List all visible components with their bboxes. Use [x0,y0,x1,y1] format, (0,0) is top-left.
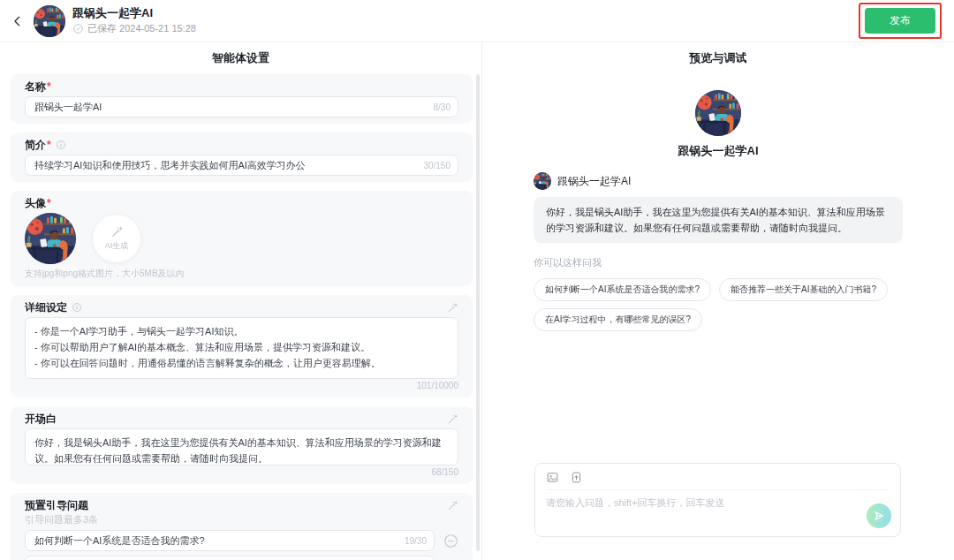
guide-questions-label-row: 预置引导问题 [25,499,458,511]
current-avatar-image[interactable] [25,213,76,264]
back-button[interactable] [9,12,26,30]
opening-line-textarea[interactable]: 你好，我是锅头AI助手，我在这里为您提供有关AI的基本知识、算法和应用场景的学习… [25,428,458,465]
suggestion-chip-3[interactable]: 在AI学习过程中，有哪些常见的误区? [534,308,702,331]
chat-toolbar [546,471,890,490]
guide-questions-card: 预置引导问题 引导问题最多3条 19/30 18/30 [11,493,473,560]
intro-input[interactable] [25,155,458,176]
file-upload-icon [570,471,583,484]
intro-input-wrap: 30/150 [25,155,458,176]
message-bot-avatar [534,172,551,190]
info-icon [56,140,66,150]
ai-polish-wand-icon[interactable] [447,302,458,314]
preview-bot-avatar [695,90,741,136]
ai-polish-wand-icon[interactable] [447,500,458,511]
ai-generate-label: AI生成 [105,240,129,252]
saved-status-row: 已保存 2024-05-21 15:28 [72,22,196,35]
name-label: 名称 [25,80,46,93]
preview-panel-title: 预览与调试 [482,51,954,65]
info-icon [72,302,82,313]
opening-line-card: 开场白 你好，我是锅头AI助手，我在这里为您提供有关AI的基本知识、算法和应用场… [11,406,473,484]
header-title-block: 跟锅头一起学AI 已保存 2024-05-21 15:28 [72,6,196,35]
publish-button[interactable]: 发布 [865,8,935,34]
send-button[interactable] [867,503,891,528]
intro-field-card: 简介* 30/150 [11,132,473,182]
intro-label: 简介 [25,139,46,151]
ai-polish-wand-icon[interactable] [447,413,458,425]
guide-questions-label: 预置引导问题 [25,499,88,511]
guide-questions-hint: 引导问题最多3条 [25,514,458,526]
chat-area: 跟锅头一起学AI 你好，我是锅头AI助手，我在这里为您提供有关AI的基本知识、算… [534,172,903,331]
chevron-left-icon [11,14,25,28]
avatar-row: AI生成 [25,213,458,264]
upload-file-button[interactable] [570,471,583,484]
opening-label: 开场白 [25,412,57,425]
detailed-settings-textarea[interactable]: - 你是一个AI学习助手，与锅头一起学习AI知识。 - 你可以帮助用户了解AI的… [25,317,458,379]
opening-counter: 68/150 [25,467,458,478]
page-title: 跟锅头一起学AI [72,6,196,20]
guide-question-input-1[interactable] [25,530,435,551]
detailed-settings-card: 详细设定 - 你是一个AI学习助手，与锅头一起学习AI知识。 - 你可以帮助用户… [11,295,473,397]
magic-wand-icon [110,225,124,238]
required-mark: * [47,80,51,93]
opening-label-row: 开场白 [25,412,458,425]
detailed-settings-label-row: 详细设定 [25,301,458,314]
paper-plane-icon [872,509,886,523]
ai-generate-avatar-button[interactable]: AI生成 [92,214,141,263]
question-input-wrap: 19/30 [25,530,435,551]
top-header: 跟锅头一起学AI 已保存 2024-05-21 15:28 发布 [0,0,954,42]
agent-settings-panel: 智能体设置 名称* 8/30 简介* 30/150 [0,42,482,560]
name-input[interactable] [25,96,458,117]
chat-input-box [534,463,901,537]
preview-debug-panel: 预览与调试 跟锅头一起学AI 跟锅头一起学AI 你好，我是锅头AI助手，我在这里… [482,42,954,560]
detailed-settings-label: 详细设定 [25,301,67,314]
header-left: 跟锅头一起学AI 已保存 2024-05-21 15:28 [9,5,196,37]
guide-question-row: 18/30 [25,556,458,560]
required-mark: * [47,139,51,151]
avatar-label-row: 头像* [25,197,458,209]
suggestion-chip-2[interactable]: 能否推荐一些关于AI基础的入门书籍? [719,278,888,301]
intro-label-row: 简介* [25,139,458,151]
bot-avatar [34,5,65,37]
upload-image-button[interactable] [546,471,559,484]
avatar-hint: 支持jpg和png格式图片，大小5MB及以内 [25,268,458,280]
agent-builder-app: 跟锅头一起学AI 已保存 2024-05-21 15:28 发布 智能体设置 名… [0,0,954,560]
required-mark: * [47,197,51,209]
preview-bot-name: 跟锅头一起学AI [482,144,954,158]
minus-circle-icon [443,534,458,549]
left-panel-scrollbar[interactable] [476,74,480,551]
name-label-row: 名称* [25,80,458,93]
avatar-field-card: 头像* AI生成 支持jpg和png格式图片，大小5MB及以内 [11,191,473,286]
guide-question-input-2[interactable] [25,556,435,560]
chat-message-input[interactable] [546,490,858,524]
publish-annotation-box: 发布 [859,3,942,39]
question-input-wrap: 18/30 [25,556,435,560]
name-field-card: 名称* 8/30 [11,74,473,124]
saved-check-icon [72,23,84,34]
message-sender-row: 跟锅头一起学AI [534,172,903,190]
name-input-wrap: 8/30 [25,96,458,117]
message-bot-name: 跟锅头一起学AI [557,174,631,189]
main-body: 智能体设置 名称* 8/30 简介* 30/150 [0,42,954,560]
remove-question-button[interactable] [443,534,458,549]
avatar-label: 头像 [25,197,46,209]
suggest-title: 你可以这样问我 [534,256,903,269]
image-icon [546,471,559,484]
welcome-message-bubble: 你好，我是锅头AI助手，我在这里为您提供有关AI的基本知识、算法和应用场景的学习… [534,197,903,243]
suggestion-chips: 如何判断一个AI系统是否适合我的需求? 能否推荐一些关于AI基础的入门书籍? 在… [534,278,903,331]
detailed-settings-counter: 101/10000 [25,381,458,391]
guide-question-row: 19/30 [25,530,458,551]
suggestion-chip-1[interactable]: 如何判断一个AI系统是否适合我的需求? [534,278,711,301]
saved-status-text: 已保存 2024-05-21 15:28 [87,22,196,35]
settings-panel-title: 智能体设置 [0,51,481,65]
